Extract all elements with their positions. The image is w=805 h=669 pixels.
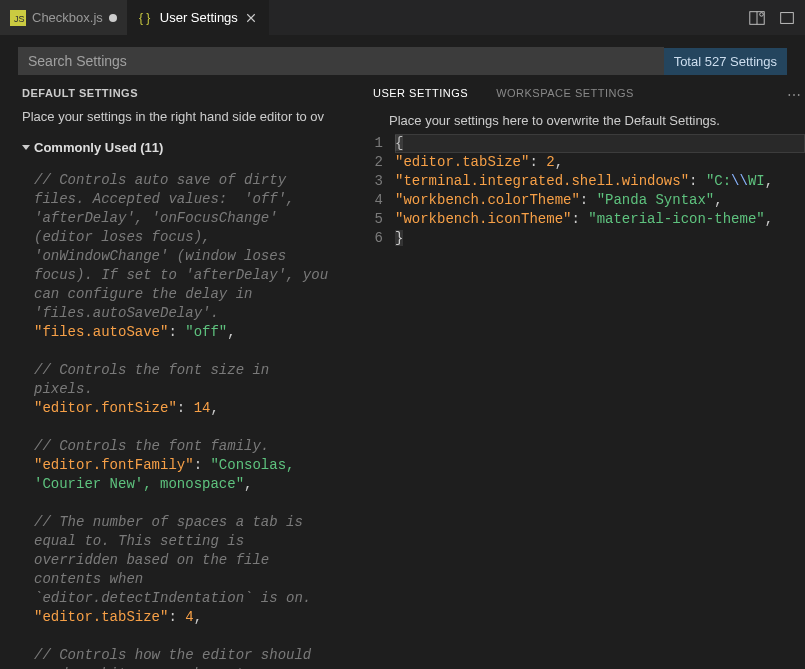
split-editor-icon[interactable] (747, 8, 767, 28)
more-icon[interactable] (777, 8, 797, 28)
editor-lines[interactable]: { "editor.tabSize": 2, "terminal.integra… (395, 134, 805, 248)
user-settings-editor[interactable]: 123456 { "editor.tabSize": 2, "terminal.… (355, 134, 805, 248)
panel-heading: DEFAULT SETTINGS (22, 87, 355, 99)
default-settings-panel: DEFAULT SETTINGS Place your settings in … (0, 83, 355, 669)
settings-group-header[interactable]: Commonly Used (11) (22, 140, 355, 155)
search-row: Total 527 Settings (18, 45, 787, 77)
tab-user-settings[interactable]: { } User Settings (128, 0, 269, 35)
tab-label: User Settings (160, 10, 238, 25)
default-settings-code[interactable]: // Controls auto save of dirty files. Ac… (22, 171, 355, 669)
svg-rect-6 (781, 12, 794, 23)
chevron-down-icon (22, 145, 30, 150)
tab-workspace-settings-scope[interactable]: WORKSPACE SETTINGS (496, 87, 634, 99)
active-line-highlight (395, 134, 805, 153)
svg-text:JS: JS (14, 14, 25, 24)
search-input[interactable] (18, 47, 664, 75)
total-settings-badge: Total 527 Settings (664, 48, 787, 75)
panel-description: Place your settings here to overwrite th… (355, 107, 805, 134)
svg-text:{ }: { } (139, 11, 150, 25)
tab-user-settings-scope[interactable]: USER SETTINGS (373, 87, 468, 99)
line-gutter: 123456 (355, 134, 395, 248)
js-file-icon: JS (10, 10, 26, 26)
settings-scope-tabs: USER SETTINGS WORKSPACE SETTINGS (355, 83, 805, 107)
svg-point-5 (760, 12, 764, 16)
panel-description: Place your settings in the right hand si… (22, 109, 355, 124)
group-label: Commonly Used (11) (34, 140, 163, 155)
editor-actions (747, 0, 805, 35)
dirty-indicator-icon (109, 14, 117, 22)
tab-label: Checkbox.js (32, 10, 103, 25)
user-settings-panel: USER SETTINGS WORKSPACE SETTINGS Place y… (355, 83, 805, 669)
overflow-icon[interactable]: ⋯ (787, 87, 801, 103)
braces-icon: { } (138, 10, 154, 26)
tab-checkbox-js[interactable]: JS Checkbox.js (0, 0, 128, 35)
close-icon[interactable] (244, 11, 258, 25)
tab-bar: JS Checkbox.js { } User Settings (0, 0, 805, 35)
